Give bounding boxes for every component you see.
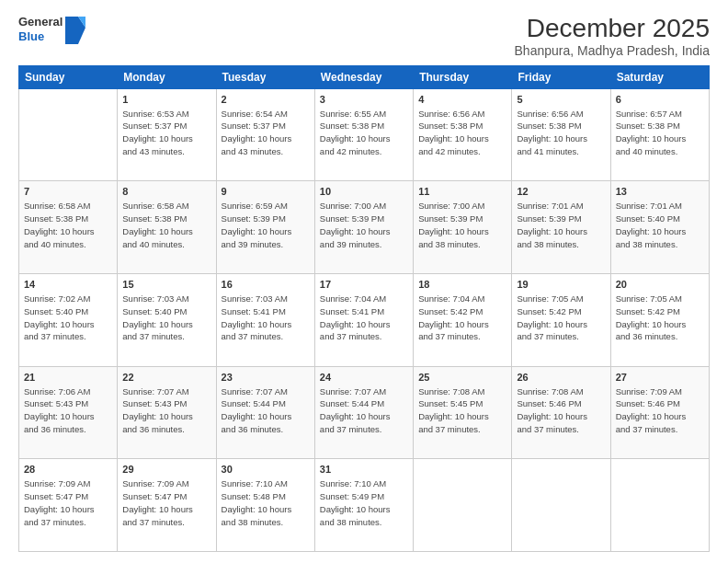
header: General Blue December 2025 Bhanpura, Mad… bbox=[18, 15, 710, 58]
day-info: Sunrise: 6:54 AM Sunset: 5:37 PM Dayligh… bbox=[222, 109, 292, 156]
calendar-cell: 13Sunrise: 7:01 AM Sunset: 5:40 PM Dayli… bbox=[610, 181, 709, 274]
day-info: Sunrise: 6:58 AM Sunset: 5:38 PM Dayligh… bbox=[122, 201, 193, 248]
day-number: 23 bbox=[222, 371, 310, 385]
day-number: 13 bbox=[616, 185, 704, 199]
day-number: 10 bbox=[320, 185, 408, 199]
day-info: Sunrise: 7:08 AM Sunset: 5:45 PM Dayligh… bbox=[418, 386, 489, 434]
calendar-cell: 29Sunrise: 7:09 AM Sunset: 5:47 PM Dayli… bbox=[118, 459, 216, 552]
logo-text: General Blue bbox=[18, 15, 63, 43]
weekday-header-tuesday: Tuesday bbox=[216, 65, 314, 88]
day-info: Sunrise: 7:08 AM Sunset: 5:46 PM Dayligh… bbox=[517, 386, 587, 434]
calendar-cell: 18Sunrise: 7:04 AM Sunset: 5:42 PM Dayli… bbox=[414, 274, 512, 367]
weekday-header-friday: Friday bbox=[512, 65, 610, 88]
calendar-cell: 2Sunrise: 6:54 AM Sunset: 5:37 PM Daylig… bbox=[216, 88, 314, 181]
day-info: Sunrise: 6:59 AM Sunset: 5:39 PM Dayligh… bbox=[222, 201, 292, 248]
day-number: 8 bbox=[122, 185, 210, 199]
day-info: Sunrise: 6:56 AM Sunset: 5:38 PM Dayligh… bbox=[418, 109, 489, 156]
day-info: Sunrise: 7:01 AM Sunset: 5:39 PM Dayligh… bbox=[517, 201, 587, 248]
day-info: Sunrise: 7:04 AM Sunset: 5:42 PM Dayligh… bbox=[418, 293, 489, 341]
calendar-cell: 10Sunrise: 7:00 AM Sunset: 5:39 PM Dayli… bbox=[314, 181, 413, 274]
calendar-cell: 14Sunrise: 7:02 AM Sunset: 5:40 PM Dayli… bbox=[19, 274, 118, 367]
day-info: Sunrise: 7:06 AM Sunset: 5:43 PM Dayligh… bbox=[24, 386, 95, 434]
day-number: 27 bbox=[616, 371, 704, 385]
day-number: 9 bbox=[222, 185, 310, 199]
day-number: 16 bbox=[222, 278, 310, 292]
calendar-cell: 26Sunrise: 7:08 AM Sunset: 5:46 PM Dayli… bbox=[512, 366, 610, 459]
day-info: Sunrise: 6:56 AM Sunset: 5:38 PM Dayligh… bbox=[517, 109, 587, 156]
day-info: Sunrise: 7:09 AM Sunset: 5:47 PM Dayligh… bbox=[24, 478, 95, 526]
calendar-cell: 25Sunrise: 7:08 AM Sunset: 5:45 PM Dayli… bbox=[414, 366, 512, 459]
day-info: Sunrise: 7:03 AM Sunset: 5:41 PM Dayligh… bbox=[222, 293, 292, 341]
page-subtitle: Bhanpura, Madhya Pradesh, India bbox=[515, 43, 710, 58]
day-number: 12 bbox=[517, 185, 605, 199]
weekday-header-monday: Monday bbox=[118, 65, 216, 88]
calendar-cell: 31Sunrise: 7:10 AM Sunset: 5:49 PM Dayli… bbox=[314, 459, 413, 552]
page: General Blue December 2025 Bhanpura, Mad… bbox=[0, 0, 728, 563]
day-number: 5 bbox=[517, 93, 605, 107]
day-number: 18 bbox=[418, 278, 506, 292]
day-info: Sunrise: 7:07 AM Sunset: 5:43 PM Dayligh… bbox=[122, 386, 193, 434]
day-info: Sunrise: 6:57 AM Sunset: 5:38 PM Dayligh… bbox=[616, 109, 687, 156]
calendar-week-3: 14Sunrise: 7:02 AM Sunset: 5:40 PM Dayli… bbox=[19, 274, 710, 367]
day-number: 14 bbox=[24, 278, 112, 292]
calendar-cell: 23Sunrise: 7:07 AM Sunset: 5:44 PM Dayli… bbox=[216, 366, 314, 459]
day-number: 25 bbox=[418, 371, 506, 385]
page-title: December 2025 bbox=[515, 15, 710, 43]
calendar-cell: 21Sunrise: 7:06 AM Sunset: 5:43 PM Dayli… bbox=[19, 366, 118, 459]
calendar-table: SundayMondayTuesdayWednesdayThursdayFrid… bbox=[18, 65, 710, 552]
calendar-cell: 19Sunrise: 7:05 AM Sunset: 5:42 PM Dayli… bbox=[512, 274, 610, 367]
day-info: Sunrise: 7:05 AM Sunset: 5:42 PM Dayligh… bbox=[517, 293, 587, 341]
calendar-cell: 1Sunrise: 6:53 AM Sunset: 5:37 PM Daylig… bbox=[118, 88, 216, 181]
day-number: 2 bbox=[222, 93, 310, 107]
calendar-cell: 28Sunrise: 7:09 AM Sunset: 5:47 PM Dayli… bbox=[19, 459, 118, 552]
logo-icon bbox=[65, 17, 84, 42]
weekday-header-thursday: Thursday bbox=[414, 65, 512, 88]
day-info: Sunrise: 7:02 AM Sunset: 5:40 PM Dayligh… bbox=[24, 293, 95, 341]
day-number: 6 bbox=[616, 93, 704, 107]
calendar-cell: 4Sunrise: 6:56 AM Sunset: 5:38 PM Daylig… bbox=[414, 88, 512, 181]
day-info: Sunrise: 7:07 AM Sunset: 5:44 PM Dayligh… bbox=[222, 386, 292, 434]
calendar-cell: 30Sunrise: 7:10 AM Sunset: 5:48 PM Dayli… bbox=[216, 459, 314, 552]
calendar-cell bbox=[512, 459, 610, 552]
calendar-cell: 12Sunrise: 7:01 AM Sunset: 5:39 PM Dayli… bbox=[512, 181, 610, 274]
calendar-cell: 6Sunrise: 6:57 AM Sunset: 5:38 PM Daylig… bbox=[610, 88, 709, 181]
day-number: 21 bbox=[24, 371, 112, 385]
day-number: 20 bbox=[616, 278, 704, 292]
calendar-cell: 24Sunrise: 7:07 AM Sunset: 5:44 PM Dayli… bbox=[314, 366, 413, 459]
calendar-cell bbox=[19, 88, 118, 181]
calendar-cell: 20Sunrise: 7:05 AM Sunset: 5:42 PM Dayli… bbox=[610, 274, 709, 367]
day-number: 3 bbox=[320, 93, 408, 107]
day-info: Sunrise: 7:10 AM Sunset: 5:48 PM Dayligh… bbox=[222, 478, 292, 526]
logo: General Blue bbox=[18, 15, 84, 43]
day-info: Sunrise: 7:00 AM Sunset: 5:39 PM Dayligh… bbox=[320, 201, 391, 248]
day-number: 17 bbox=[320, 278, 408, 292]
day-info: Sunrise: 7:03 AM Sunset: 5:40 PM Dayligh… bbox=[122, 293, 193, 341]
weekday-header-wednesday: Wednesday bbox=[314, 65, 413, 88]
day-number: 1 bbox=[122, 93, 210, 107]
calendar-cell bbox=[610, 459, 709, 552]
calendar-week-4: 21Sunrise: 7:06 AM Sunset: 5:43 PM Dayli… bbox=[19, 366, 710, 459]
weekday-header-saturday: Saturday bbox=[610, 65, 709, 88]
calendar-cell: 3Sunrise: 6:55 AM Sunset: 5:38 PM Daylig… bbox=[314, 88, 413, 181]
weekday-header-sunday: Sunday bbox=[19, 65, 118, 88]
calendar-cell: 5Sunrise: 6:56 AM Sunset: 5:38 PM Daylig… bbox=[512, 88, 610, 181]
day-info: Sunrise: 7:00 AM Sunset: 5:39 PM Dayligh… bbox=[418, 201, 489, 248]
calendar-cell bbox=[414, 459, 512, 552]
calendar-cell: 22Sunrise: 7:07 AM Sunset: 5:43 PM Dayli… bbox=[118, 366, 216, 459]
day-info: Sunrise: 7:10 AM Sunset: 5:49 PM Dayligh… bbox=[320, 478, 391, 526]
day-info: Sunrise: 7:05 AM Sunset: 5:42 PM Dayligh… bbox=[616, 293, 687, 341]
day-info: Sunrise: 7:07 AM Sunset: 5:44 PM Dayligh… bbox=[320, 386, 391, 434]
day-number: 7 bbox=[24, 185, 112, 199]
day-number: 28 bbox=[24, 463, 112, 477]
calendar-header-row: SundayMondayTuesdayWednesdayThursdayFrid… bbox=[19, 65, 710, 88]
calendar-cell: 7Sunrise: 6:58 AM Sunset: 5:38 PM Daylig… bbox=[19, 181, 118, 274]
calendar-cell: 17Sunrise: 7:04 AM Sunset: 5:41 PM Dayli… bbox=[314, 274, 413, 367]
day-number: 11 bbox=[418, 185, 506, 199]
day-number: 29 bbox=[122, 463, 210, 477]
calendar-cell: 11Sunrise: 7:00 AM Sunset: 5:39 PM Dayli… bbox=[414, 181, 512, 274]
day-number: 4 bbox=[418, 93, 506, 107]
day-number: 30 bbox=[222, 463, 310, 477]
day-info: Sunrise: 6:58 AM Sunset: 5:38 PM Dayligh… bbox=[24, 201, 95, 248]
day-info: Sunrise: 7:09 AM Sunset: 5:46 PM Dayligh… bbox=[616, 386, 687, 434]
calendar-week-2: 7Sunrise: 6:58 AM Sunset: 5:38 PM Daylig… bbox=[19, 181, 710, 274]
